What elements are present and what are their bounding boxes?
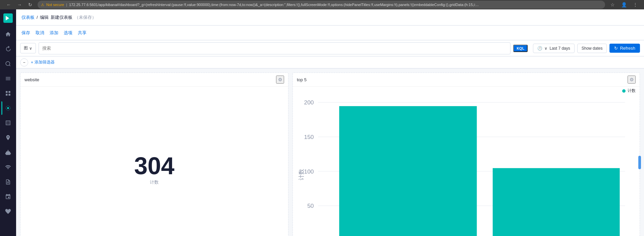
user-button[interactable]: 👤 xyxy=(619,0,629,9)
sidebar-item-home[interactable] xyxy=(1,28,15,41)
add-button[interactable]: 添加 xyxy=(50,29,58,37)
svg-rect-3 xyxy=(9,91,10,93)
cancel-button[interactable]: 取消 xyxy=(36,29,44,37)
reload-button[interactable]: ↻ xyxy=(25,0,35,9)
kibana-logo[interactable] xyxy=(2,12,14,24)
refresh-label: Refresh xyxy=(620,46,635,51)
right-edge-handle[interactable] xyxy=(638,156,641,169)
forward-button[interactable]: → xyxy=(15,0,24,9)
panel-website-gear-button[interactable]: ⚙ xyxy=(276,76,284,84)
bar-2[interactable] xyxy=(493,168,620,236)
filter-bar: − + 添加筛选器 xyxy=(16,56,644,68)
chart-legend: 计数 xyxy=(297,88,636,94)
search-type-icon: 图 xyxy=(24,45,28,51)
refresh-icon: ↻ xyxy=(614,46,618,51)
sidebar-item-active-module[interactable] xyxy=(1,101,15,115)
show-dates-button[interactable]: Show dates xyxy=(577,44,607,53)
bar-chart-svg: 200 150 100 50 0 计数 xyxy=(297,95,636,236)
sidebar-item-logs[interactable] xyxy=(1,175,15,189)
breadcrumb-new: 新建仪表板 xyxy=(51,14,72,20)
sidebar xyxy=(0,9,16,236)
browser-chrome: ← → ↻ ⚠ Not secure | 172.25.77.6:5601/ap… xyxy=(0,0,644,9)
panel-website-body: 304 计数 xyxy=(20,87,288,236)
save-button[interactable]: 保存 xyxy=(21,29,30,37)
top-bar: 仪表板 / 编辑 新建仪表板 （未保存） xyxy=(16,9,644,26)
metric-container: 304 计数 xyxy=(134,154,174,185)
options-button[interactable]: 选项 xyxy=(64,29,72,37)
main-content: 仪表板 / 编辑 新建仪表板 （未保存） 保存 取消 添加 选项 共享 图 ∨ xyxy=(16,9,644,236)
sidebar-item-maps[interactable] xyxy=(1,131,15,144)
sidebar-item-infrastructure[interactable] xyxy=(1,160,15,174)
bar-1[interactable] xyxy=(339,106,477,236)
sidebar-item-canvas[interactable] xyxy=(1,116,15,130)
sidebar-item-ml[interactable] xyxy=(1,146,15,159)
add-filter-button[interactable]: + 添加筛选器 xyxy=(31,59,55,65)
kql-toggle[interactable]: KQL xyxy=(513,45,528,52)
filter-exclude-button[interactable]: − xyxy=(20,58,28,66)
search-bar: 图 ∨ KQL 🕐 ∨ Last 7 days Show dates ↻ Ref… xyxy=(16,40,644,56)
panel-top5-header: top 5 ⚙ xyxy=(293,73,640,87)
search-input[interactable] xyxy=(42,46,507,51)
svg-rect-5 xyxy=(9,94,10,96)
panel-top5-gear-button[interactable]: ⚙ xyxy=(628,76,636,84)
breadcrumb-edit: 编辑 xyxy=(40,14,49,20)
sidebar-item-apm[interactable] xyxy=(1,190,15,203)
app-container: 仪表板 / 编辑 新建仪表板 （未保存） 保存 取消 添加 选项 共享 图 ∨ xyxy=(0,9,644,236)
toolbar: 保存 取消 添加 选项 共享 xyxy=(16,26,644,40)
legend-dot xyxy=(622,89,626,93)
svg-rect-2 xyxy=(6,91,7,93)
legend-label: 计数 xyxy=(628,88,636,94)
y-axis-100: 100 xyxy=(304,168,314,175)
breadcrumb-unsaved: （未保存） xyxy=(74,14,96,20)
add-filter-label: 添加筛选器 xyxy=(35,59,55,65)
sidebar-item-uptime[interactable] xyxy=(1,205,15,218)
sidebar-item-discover[interactable] xyxy=(1,57,15,70)
y-axis-150: 150 xyxy=(304,134,314,140)
breadcrumb-dashboard[interactable]: 仪表板 xyxy=(21,14,35,20)
y-axis-50: 50 xyxy=(307,202,314,209)
panel-website-header: website ⚙ xyxy=(20,73,288,87)
breadcrumb-separator-1: / xyxy=(37,15,38,20)
y-axis-200: 200 xyxy=(304,99,314,106)
security-warning-icon: ⚠ xyxy=(41,3,44,7)
svg-rect-4 xyxy=(6,94,7,96)
back-button[interactable]: ← xyxy=(4,0,13,9)
chart-svg-container: 200 150 100 50 0 计数 xyxy=(297,95,636,236)
search-type-chevron-icon: ∨ xyxy=(29,46,32,51)
menu-button[interactable]: ⋮ xyxy=(631,0,640,9)
time-chevron-icon: ∨ xyxy=(544,46,547,51)
panel-top5-title: top 5 xyxy=(297,77,307,82)
svg-point-1 xyxy=(6,61,10,65)
panel-website-title: website xyxy=(24,77,39,82)
panel-top5: top 5 ⚙ 计数 200 150 xyxy=(292,73,640,236)
chart-area-container: 计数 200 150 100 50 xyxy=(293,87,640,236)
address-bar[interactable]: ⚠ Not secure | 172.25.77.6:5601/app/kiba… xyxy=(38,1,605,9)
clock-icon: 🕐 xyxy=(537,46,542,51)
dashboard-area: website ⚙ 304 计数 ⤡ top 5 ⚙ xyxy=(16,68,644,236)
add-filter-icon: + xyxy=(31,60,33,65)
time-range-label: Last 7 days xyxy=(549,46,570,51)
bookmark-button[interactable]: ☆ xyxy=(608,0,617,9)
search-type-button[interactable]: 图 ∨ xyxy=(20,43,36,53)
svg-point-6 xyxy=(7,107,9,109)
url-text: 172.25.77.6:5601/app/kibana#/dashboard?_… xyxy=(69,3,602,7)
not-secure-label: Not secure xyxy=(46,3,64,7)
url-separator: | xyxy=(66,3,67,7)
sidebar-item-visualize[interactable] xyxy=(1,72,15,85)
share-button[interactable]: 共享 xyxy=(78,29,87,37)
metric-value: 304 xyxy=(134,154,174,178)
time-filter[interactable]: 🕐 ∨ Last 7 days xyxy=(533,44,574,53)
refresh-button[interactable]: ↻ Refresh xyxy=(609,44,640,53)
metric-label: 计数 xyxy=(150,179,159,185)
breadcrumb: 仪表板 / 编辑 新建仪表板 （未保存） xyxy=(21,14,96,20)
sidebar-item-dashboard[interactable] xyxy=(1,87,15,100)
browser-actions: ☆ 👤 ⋮ xyxy=(608,0,640,9)
browser-nav-buttons: ← → ↻ xyxy=(4,0,35,9)
y-axis-title: 计数 xyxy=(298,169,305,180)
sidebar-item-recent[interactable] xyxy=(1,42,15,56)
panel-website: website ⚙ 304 计数 ⤡ xyxy=(20,73,288,236)
search-input-wrap xyxy=(39,42,511,54)
